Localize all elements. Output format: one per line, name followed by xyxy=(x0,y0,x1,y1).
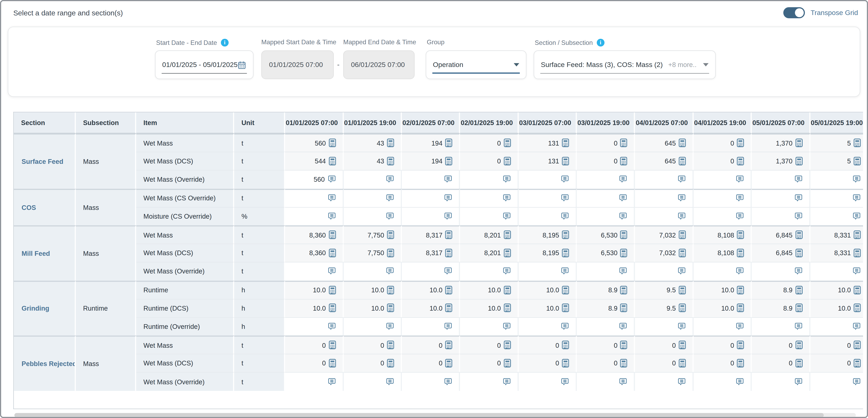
value-cell[interactable] xyxy=(285,188,343,207)
value-cell[interactable] xyxy=(343,170,402,188)
group-select[interactable]: Operation xyxy=(426,50,526,79)
calculator-icon[interactable] xyxy=(620,303,627,312)
value-cell[interactable]: 10.0 xyxy=(810,280,863,299)
value-cell[interactable]: 0 xyxy=(519,354,577,372)
value-cell[interactable] xyxy=(635,170,693,188)
comment-icon[interactable] xyxy=(736,175,744,183)
calculator-icon[interactable] xyxy=(387,341,394,350)
value-cell[interactable] xyxy=(810,170,863,188)
calendar-icon[interactable] xyxy=(238,60,246,69)
calculator-icon[interactable] xyxy=(329,303,336,312)
calculator-icon[interactable] xyxy=(737,231,744,239)
comment-icon[interactable] xyxy=(386,322,394,330)
calculator-icon[interactable] xyxy=(737,341,744,350)
calculator-icon[interactable] xyxy=(795,139,802,147)
comment-icon[interactable] xyxy=(619,194,627,202)
value-cell[interactable]: 0 xyxy=(402,354,460,372)
comment-icon[interactable] xyxy=(502,194,511,202)
calculator-icon[interactable] xyxy=(562,286,569,294)
calculator-icon[interactable] xyxy=(679,359,686,368)
value-cell[interactable]: 8.9 xyxy=(577,299,635,317)
calculator-icon[interactable] xyxy=(854,286,861,294)
comment-icon[interactable] xyxy=(328,194,336,202)
value-cell[interactable] xyxy=(402,207,460,225)
value-cell[interactable]: 0 xyxy=(460,335,519,354)
calculator-icon[interactable] xyxy=(445,139,452,147)
value-cell[interactable]: 560 xyxy=(285,133,343,152)
value-cell[interactable]: 8,201 xyxy=(460,225,519,244)
calculator-icon[interactable] xyxy=(329,139,336,147)
comment-icon[interactable] xyxy=(736,322,744,330)
value-cell[interactable] xyxy=(285,262,343,280)
value-cell[interactable] xyxy=(285,372,343,391)
value-cell[interactable] xyxy=(343,188,402,207)
value-cell[interactable] xyxy=(460,372,519,391)
value-cell[interactable] xyxy=(635,317,693,335)
comment-icon[interactable] xyxy=(736,378,744,386)
date-range-input[interactable]: 01/01/2025 - 05/01/2025 xyxy=(155,50,253,79)
value-cell[interactable]: 0 xyxy=(343,354,402,372)
calculator-icon[interactable] xyxy=(679,156,686,166)
calculator-icon[interactable] xyxy=(445,248,452,258)
calculator-icon[interactable] xyxy=(795,341,802,350)
value-cell[interactable]: 10.0 xyxy=(694,299,752,317)
comment-icon[interactable] xyxy=(328,322,336,330)
comment-icon[interactable] xyxy=(619,378,627,386)
calculator-icon[interactable] xyxy=(562,359,569,368)
calculator-icon[interactable] xyxy=(854,248,861,258)
value-cell[interactable]: 0 xyxy=(810,335,863,354)
calculator-icon[interactable] xyxy=(387,359,394,368)
comment-icon[interactable] xyxy=(677,378,686,386)
comment-icon[interactable] xyxy=(502,175,511,183)
value-cell[interactable] xyxy=(402,317,460,335)
comment-icon[interactable] xyxy=(561,194,569,202)
comment-icon[interactable] xyxy=(561,267,569,275)
section-cell[interactable]: COS xyxy=(14,188,76,225)
value-cell[interactable] xyxy=(752,317,810,335)
value-cell[interactable] xyxy=(810,372,863,391)
comment-icon[interactable] xyxy=(794,267,802,275)
section-cell[interactable]: Pebbles Rejected xyxy=(14,335,76,391)
comment-icon[interactable] xyxy=(852,212,861,220)
value-cell[interactable] xyxy=(694,188,752,207)
value-cell[interactable]: 0 xyxy=(752,354,810,372)
value-cell[interactable] xyxy=(752,188,810,207)
comment-icon[interactable] xyxy=(502,322,511,330)
calculator-icon[interactable] xyxy=(679,286,686,294)
value-cell[interactable]: 8,360 xyxy=(285,244,343,262)
calculator-icon[interactable] xyxy=(445,303,452,312)
comment-icon[interactable] xyxy=(619,267,627,275)
comment-icon[interactable] xyxy=(444,212,453,220)
value-cell[interactable]: 0 xyxy=(577,133,635,152)
calculator-icon[interactable] xyxy=(737,286,744,294)
calculator-icon[interactable] xyxy=(795,303,802,312)
calculator-icon[interactable] xyxy=(387,303,394,312)
calculator-icon[interactable] xyxy=(737,303,744,312)
value-cell[interactable]: 194 xyxy=(402,133,460,152)
calculator-icon[interactable] xyxy=(795,231,802,239)
value-cell[interactable]: 1,370 xyxy=(752,133,810,152)
comment-icon[interactable] xyxy=(852,267,861,275)
value-cell[interactable] xyxy=(285,317,343,335)
section-cell[interactable]: Mill Feed xyxy=(14,225,76,280)
calculator-icon[interactable] xyxy=(445,156,452,166)
value-cell[interactable]: 8.9 xyxy=(752,299,810,317)
value-cell[interactable]: 131 xyxy=(519,133,577,152)
value-cell[interactable]: 6,845 xyxy=(752,244,810,262)
comment-icon[interactable] xyxy=(852,378,861,386)
comment-icon[interactable] xyxy=(502,212,511,220)
value-cell[interactable] xyxy=(460,207,519,225)
value-cell[interactable] xyxy=(460,262,519,280)
calculator-icon[interactable] xyxy=(329,156,336,166)
comment-icon[interactable] xyxy=(561,378,569,386)
value-cell[interactable]: 7,750 xyxy=(343,244,402,262)
calculator-icon[interactable] xyxy=(620,139,627,147)
value-cell[interactable] xyxy=(460,170,519,188)
value-cell[interactable]: 1,370 xyxy=(752,152,810,170)
scrollbar-thumb[interactable] xyxy=(14,413,824,417)
calculator-icon[interactable] xyxy=(445,231,452,239)
value-cell[interactable] xyxy=(402,170,460,188)
calculator-icon[interactable] xyxy=(854,156,861,166)
comment-icon[interactable] xyxy=(328,212,336,220)
comment-icon[interactable] xyxy=(794,212,802,220)
